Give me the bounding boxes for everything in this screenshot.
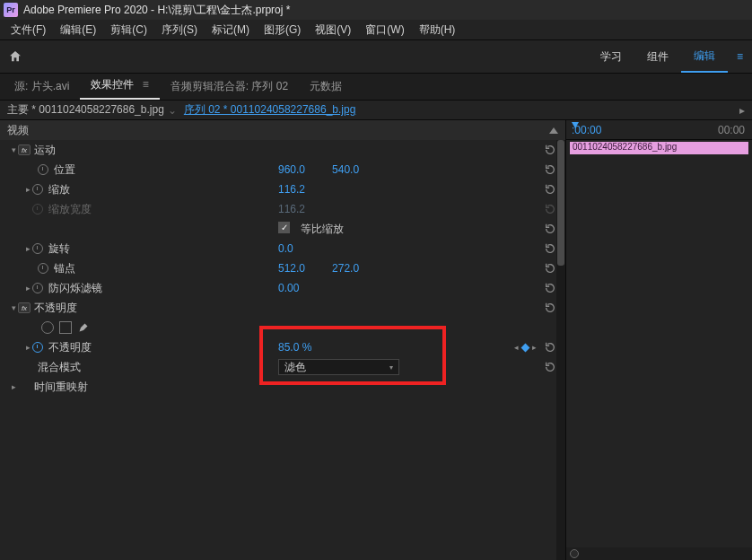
clip-block[interactable]: 0011024058227686_b.jpg xyxy=(570,142,748,154)
prop-position-label: 位置 xyxy=(54,162,75,178)
menu-sequence[interactable]: 序列(S) xyxy=(154,22,205,38)
anchor-y[interactable]: 272.0 xyxy=(332,262,359,275)
mask-ellipse-icon[interactable] xyxy=(41,321,54,334)
stopwatch-icon xyxy=(32,204,43,214)
position-y[interactable]: 540.0 xyxy=(332,163,359,176)
prop-opacity-value: ▸ 不透明度 85.0 % ◂▸ xyxy=(0,337,565,357)
reset-button[interactable] xyxy=(544,302,556,314)
effect-time-remap[interactable]: ▸ fx 时间重映射 xyxy=(0,377,565,397)
menu-edit[interactable]: 编辑(E) xyxy=(53,22,103,38)
menu-help[interactable]: 帮助(H) xyxy=(412,22,463,38)
menu-clip[interactable]: 剪辑(C) xyxy=(103,22,154,38)
prop-scale-width: ▸ 缩放宽度 116.2 xyxy=(0,199,565,219)
reset-button[interactable] xyxy=(544,223,556,235)
breadcrumb: 主要 * 0011024058227686_b.jpg ⌄ 序列 02 * 00… xyxy=(0,101,752,120)
prop-opacity-label: 不透明度 xyxy=(48,340,92,355)
prop-antiflicker: ▸ 防闪烁滤镜 0.00 xyxy=(0,278,565,298)
zoom-handle-icon[interactable] xyxy=(570,549,579,558)
prop-scale-width-label: 缩放宽度 xyxy=(48,202,92,217)
crumb-sequence[interactable]: 序列 02 * 0011024058227686_b.jpg xyxy=(184,102,356,118)
fx-badge-icon[interactable]: fx xyxy=(18,302,31,313)
position-x[interactable]: 960.0 xyxy=(278,163,305,176)
reset-button[interactable] xyxy=(544,262,556,275)
playhead-icon[interactable] xyxy=(572,122,579,128)
prop-antiflicker-label: 防闪烁滤镜 xyxy=(48,281,102,296)
effect-motion[interactable]: ▾ fx 运动 xyxy=(0,140,565,160)
scrollbar-thumb[interactable] xyxy=(557,140,564,266)
zoom-bar[interactable] xyxy=(566,547,752,560)
reset-button[interactable] xyxy=(544,282,556,294)
opacity-value[interactable]: 85.0 % xyxy=(278,341,311,354)
menu-graphics[interactable]: 图形(G) xyxy=(257,22,308,38)
tab-metadata[interactable]: 元数据 xyxy=(299,74,353,100)
keyframe-diamond-icon[interactable] xyxy=(521,343,530,352)
tab-effect-controls[interactable]: 效果控件 ≡ xyxy=(80,72,159,100)
stopwatch-icon[interactable] xyxy=(32,342,43,353)
effect-time-remap-label: 时间重映射 xyxy=(34,380,88,395)
uniform-scale-label: 等比缩放 xyxy=(301,222,344,237)
prop-anchor-label: 锚点 xyxy=(54,261,75,276)
effect-opacity[interactable]: ▾ fx 不透明度 xyxy=(0,298,565,318)
twist-icon[interactable]: ▾ xyxy=(9,145,18,154)
app-icon: Pr xyxy=(4,3,18,17)
stopwatch-icon[interactable] xyxy=(38,263,48,274)
menu-marker[interactable]: 标记(M) xyxy=(205,22,257,38)
menu-view[interactable]: 视图(V) xyxy=(308,22,358,38)
scale-value[interactable]: 116.2 xyxy=(278,183,305,196)
workspace-tab-learn[interactable]: 学习 xyxy=(588,40,634,73)
menu-window[interactable]: 窗口(W) xyxy=(358,22,411,38)
reset-button[interactable] xyxy=(544,341,556,354)
blend-mode-value: 滤色 xyxy=(284,360,306,375)
twist-icon[interactable]: ▸ xyxy=(23,185,32,194)
home-button[interactable] xyxy=(0,39,31,74)
reset-button[interactable] xyxy=(544,242,556,255)
prop-uniform-scale: 等比缩放 xyxy=(0,219,565,239)
prop-anchor: 锚点 512.0 272.0 xyxy=(0,258,565,278)
twist-icon[interactable]: ▾ xyxy=(9,303,18,312)
tab-audio-mixer[interactable]: 音频剪辑混合器: 序列 02 xyxy=(160,74,299,100)
reset-button[interactable] xyxy=(544,163,556,176)
reset-button[interactable] xyxy=(544,361,556,373)
antiflicker-value[interactable]: 0.00 xyxy=(278,282,299,294)
twist-icon[interactable]: ▸ xyxy=(23,343,32,352)
workspace-tab-assembly[interactable]: 组件 xyxy=(634,40,681,73)
timeline-ruler[interactable]: :00:00 00:00 xyxy=(566,120,752,140)
workspace-menu-icon[interactable]: ≡ xyxy=(728,50,752,63)
effect-motion-label: 运动 xyxy=(34,143,56,158)
reset-button[interactable] xyxy=(544,144,556,156)
section-video-label: 视频 xyxy=(7,123,29,138)
blend-mode-dropdown[interactable]: 滤色 ▾ xyxy=(278,359,399,375)
anchor-x[interactable]: 512.0 xyxy=(278,262,305,275)
prop-rotation-label: 旋转 xyxy=(48,241,70,257)
title-bar: Pr Adobe Premiere Pro 2020 - H:\混剪\工程\金士… xyxy=(0,0,752,20)
prop-rotation: ▸ 旋转 0.0 xyxy=(0,239,565,258)
reset-button xyxy=(544,203,556,215)
reset-button[interactable] xyxy=(544,183,556,196)
keyframe-nav[interactable]: ◂▸ xyxy=(514,343,537,352)
prop-position: 位置 960.0 540.0 xyxy=(0,160,565,179)
menu-file[interactable]: 文件(F) xyxy=(4,22,53,38)
effect-opacity-label: 不透明度 xyxy=(34,301,77,316)
mini-timeline: :00:00 00:00 0011024058227686_b.jpg xyxy=(565,120,752,560)
twist-icon[interactable]: ▸ xyxy=(9,382,18,391)
stopwatch-icon[interactable] xyxy=(32,243,43,254)
panel-menu-icon[interactable]: ≡ xyxy=(137,78,149,91)
crumb-master[interactable]: 主要 * 0011024058227686_b.jpg xyxy=(7,102,164,118)
collapse-icon[interactable] xyxy=(549,127,558,134)
prop-scale-label: 缩放 xyxy=(48,182,70,197)
tab-effect-controls-label: 效果控件 xyxy=(91,78,134,91)
twist-icon[interactable]: ▸ xyxy=(23,284,32,293)
playhead-toggle-icon[interactable]: ▸ xyxy=(739,104,745,117)
mask-pen-icon[interactable] xyxy=(77,321,90,334)
chevron-down-icon[interactable]: ⌄ xyxy=(168,104,177,117)
workspace-tab-editing[interactable]: 编辑 xyxy=(681,40,728,73)
twist-icon[interactable]: ▸ xyxy=(23,244,32,253)
tab-source[interactable]: 源: 片头.avi xyxy=(4,74,80,100)
mask-rect-icon[interactable] xyxy=(59,321,72,334)
uniform-scale-checkbox[interactable] xyxy=(278,222,290,233)
stopwatch-icon[interactable] xyxy=(38,164,48,175)
rotation-value[interactable]: 0.0 xyxy=(278,242,293,255)
fx-badge-icon[interactable]: fx xyxy=(18,144,31,155)
stopwatch-icon[interactable] xyxy=(32,184,43,195)
stopwatch-icon[interactable] xyxy=(32,283,43,293)
